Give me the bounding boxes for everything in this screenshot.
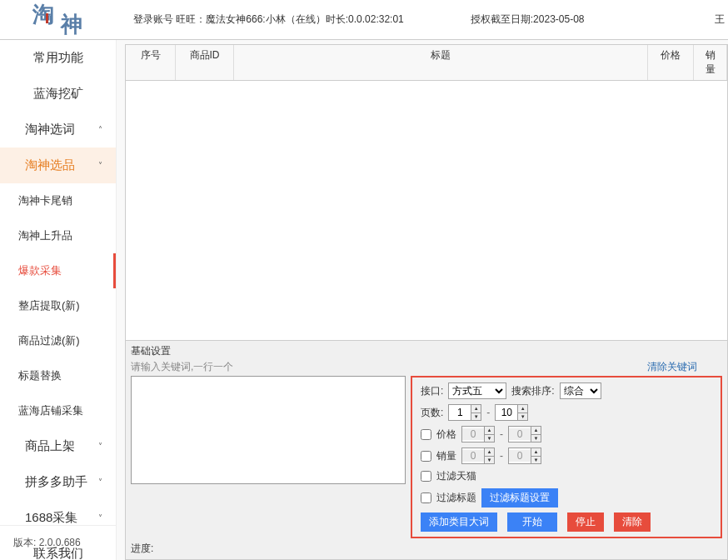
chevron-down-icon: ˅ xyxy=(98,442,102,451)
nav-sub-hotcollect[interactable]: 爆款采集 xyxy=(0,253,116,288)
start-button[interactable]: 开始 xyxy=(507,512,557,532)
price-checkbox[interactable] xyxy=(421,429,431,440)
nav-sub-filter[interactable]: 商品过滤(新) xyxy=(0,323,116,358)
panel-title: 基础设置 xyxy=(131,344,722,358)
price-from-spinner[interactable]: ▲▼ xyxy=(461,426,495,442)
nav-common[interactable]: 常用功能 xyxy=(0,40,116,76)
down-icon[interactable]: ▼ xyxy=(485,435,494,442)
app-header: 淘神 登录账号 旺旺：魔法女神666:小林（在线）时长:0.0.02:32:01… xyxy=(0,0,728,40)
price-label: 价格 xyxy=(436,428,456,442)
stop-button[interactable]: 停止 xyxy=(567,512,604,532)
up-icon[interactable]: ▲ xyxy=(518,405,527,413)
nav-taoshen-products[interactable]: 淘神选品 ˅ xyxy=(0,148,116,183)
nav-listing[interactable]: 商品上架 ˅ xyxy=(0,428,116,464)
settings-panel: 基础设置 请输入关键词,一行一个 清除关键词 接口: 方式五 搜索排序: 综合 … xyxy=(125,341,728,560)
results-table: 序号 商品ID 标题 价格 销量 xyxy=(125,44,728,341)
pages-from-spinner[interactable]: ▲▼ xyxy=(448,404,481,421)
sales-to-spinner[interactable]: ▲▼ xyxy=(508,448,541,464)
version-label: 版本: 2.0.0.686 xyxy=(0,525,117,560)
filter-tmall-checkbox[interactable] xyxy=(421,471,431,482)
keyword-hint: 请输入关键词,一行一个 xyxy=(131,360,641,374)
login-info: 登录账号 旺旺：魔法女神666:小林（在线）时长:0.0.02:32:01 xyxy=(133,12,404,27)
price-to-spinner[interactable]: ▲▼ xyxy=(508,426,541,442)
col-seq[interactable]: 序号 xyxy=(126,45,176,80)
up-icon[interactable]: ▲ xyxy=(485,427,494,435)
sort-label: 搜索排序: xyxy=(511,384,554,398)
logo-text: 淘神 xyxy=(32,5,84,34)
sidebar: 常用功能 蓝海挖矿 淘神选词 ˄ 淘神选品 ˅ 淘神卡尾销 淘神上升品 爆款采集… xyxy=(0,40,117,560)
nav-taoshen-words[interactable]: 淘神选词 ˄ xyxy=(0,112,116,148)
nav-sub-titlereplace[interactable]: 标题替换 xyxy=(0,358,116,393)
filter-title-settings-button[interactable]: 过滤标题设置 xyxy=(481,488,558,508)
app-logo: 淘神 xyxy=(0,0,117,40)
col-sales[interactable]: 销量 xyxy=(694,45,727,80)
nav-pdd[interactable]: 拼多多助手 ˅ xyxy=(0,464,116,500)
sales-from-spinner[interactable]: ▲▼ xyxy=(461,448,495,464)
nav-label: 拼多多助手 xyxy=(25,474,87,490)
down-icon[interactable]: ▼ xyxy=(485,457,494,464)
col-title[interactable]: 标题 xyxy=(234,45,648,80)
up-icon[interactable]: ▲ xyxy=(485,448,494,457)
filter-title-label: 过滤标题 xyxy=(436,491,476,505)
pages-label: 页数: xyxy=(421,406,443,420)
chevron-down-icon: ˅ xyxy=(98,478,102,487)
up-icon[interactable]: ▲ xyxy=(531,427,541,435)
header-right-glyph: 王 xyxy=(715,12,725,27)
nav-label: 1688采集 xyxy=(25,510,77,526)
col-id[interactable]: 商品ID xyxy=(176,45,234,80)
up-icon[interactable]: ▲ xyxy=(531,448,541,457)
nav-sub-wholeshop[interactable]: 整店提取(新) xyxy=(0,288,116,323)
auth-info: 授权截至日期:2023-05-08 xyxy=(471,12,585,27)
col-price[interactable]: 价格 xyxy=(648,45,694,80)
table-header: 序号 商品ID 标题 价格 销量 xyxy=(126,45,727,81)
nav-label: 淘神选词 xyxy=(25,122,75,138)
header-info: 登录账号 旺旺：魔法女神666:小林（在线）时长:0.0.02:32:01 授权… xyxy=(117,12,715,27)
chevron-down-icon: ˅ xyxy=(98,161,102,170)
down-icon[interactable]: ▼ xyxy=(471,413,481,421)
main-area: 序号 商品ID 标题 价格 销量 基础设置 请输入关键词,一行一个 清除关键词 … xyxy=(117,40,728,560)
interface-label: 接口: xyxy=(421,384,443,398)
sort-select[interactable]: 综合 xyxy=(560,382,601,399)
sales-label: 销量 xyxy=(436,449,456,463)
progress-label: 进度: xyxy=(131,542,722,556)
clear-keyword-link[interactable]: 清除关键词 xyxy=(647,360,697,374)
up-icon[interactable]: ▲ xyxy=(471,405,481,413)
down-icon[interactable]: ▼ xyxy=(531,435,541,442)
nav-label: 商品上架 xyxy=(25,438,75,454)
nav-sub-rising[interactable]: 淘神上升品 xyxy=(0,218,116,253)
chevron-up-icon: ˄ xyxy=(98,125,102,134)
nav-label: 淘神选品 xyxy=(25,158,75,173)
filter-tmall-label: 过滤天猫 xyxy=(436,469,476,483)
nav-sub-blueseashop[interactable]: 蓝海店铺采集 xyxy=(0,393,116,428)
down-icon[interactable]: ▼ xyxy=(518,413,527,421)
settings-box: 接口: 方式五 搜索排序: 综合 页数: ▲▼ - ▲▼ 价格 ▲▼ xyxy=(411,376,722,538)
down-icon[interactable]: ▼ xyxy=(531,457,541,464)
clear-button[interactable]: 清除 xyxy=(614,512,651,532)
filter-title-checkbox[interactable] xyxy=(421,492,431,503)
pages-to-spinner[interactable]: ▲▼ xyxy=(495,404,528,421)
nav-bluesea-mine[interactable]: 蓝海挖矿 xyxy=(0,76,116,112)
chevron-down-icon: ˅ xyxy=(98,513,102,522)
add-category-button[interactable]: 添加类目大词 xyxy=(421,512,497,532)
keyword-textarea[interactable] xyxy=(131,376,406,484)
nav-sub-tailsale[interactable]: 淘神卡尾销 xyxy=(0,183,116,218)
interface-select[interactable]: 方式五 xyxy=(448,382,506,399)
sales-checkbox[interactable] xyxy=(421,451,431,462)
